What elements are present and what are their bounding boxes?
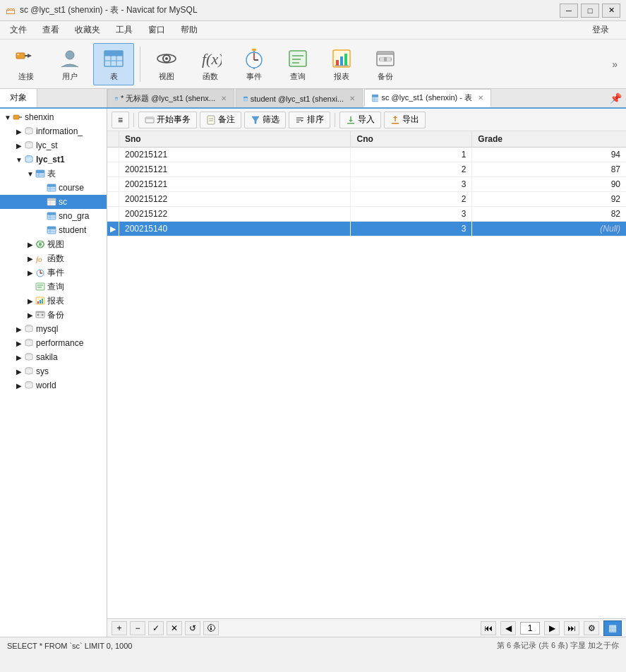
toolbar-view[interactable]: 视图 — [146, 43, 187, 85]
add-row-button[interactable]: + — [112, 621, 127, 635]
sidebar-item-backup[interactable]: ▶ 备份 — [0, 308, 107, 322]
sidebar-item-functions[interactable]: ▶ fo 函数 — [0, 251, 107, 265]
sidebar-item-query[interactable]: ▶ 查询 — [0, 280, 107, 294]
svg-rect-116 — [347, 123, 354, 124]
sidebar-item-performance[interactable]: ▶ performance — [0, 336, 107, 350]
sidebar-item-sno_gra[interactable]: ▶ sno_gra — [0, 209, 107, 223]
page-number-input[interactable] — [520, 622, 540, 635]
obj-tab-object[interactable]: 对象 — [0, 89, 37, 107]
tab-close-3[interactable]: ✕ — [478, 94, 483, 102]
toolbar-expand-icon[interactable]: » — [609, 56, 620, 73]
table-row[interactable]: 200215121 2 87 — [107, 162, 626, 177]
menu-window[interactable]: 窗口 — [141, 23, 172, 37]
toolbar-function[interactable]: f(x) 函数 — [190, 43, 231, 85]
toolbar-event[interactable]: 事件 — [234, 43, 275, 85]
toolbar-report[interactable]: 报表 — [321, 43, 362, 85]
login-button[interactable]: 登录 — [592, 24, 623, 36]
tab-untitled[interactable]: * 无标题 @lyc_st1 (shenx... ✕ — [107, 89, 234, 107]
info-button[interactable]: 🛈 — [203, 621, 219, 635]
tab-close-2[interactable]: ✕ — [349, 95, 355, 102]
tab-nav-icon[interactable]: 📌 — [606, 92, 626, 104]
menu-button[interactable]: ≡ — [112, 112, 129, 128]
tab-sc[interactable]: sc @lyc_st1 (shenxin) - 表 ✕ — [364, 89, 491, 107]
student-label: student — [59, 225, 104, 235]
import-button[interactable]: 导入 — [339, 112, 381, 128]
minimize-button[interactable]: ─ — [560, 4, 578, 18]
cell-grade-1[interactable]: 94 — [472, 148, 626, 162]
cell-grade-6[interactable]: (Null) — [472, 222, 626, 236]
tab-student[interactable]: student @lyc_st1 (shenxi... ✕ — [236, 89, 363, 107]
sidebar-item-world[interactable]: ▶ world — [0, 378, 107, 392]
sidebar-item-lyc_st1[interactable]: ▼ lyc_st1 — [0, 152, 107, 167]
close-button[interactable]: ✕ — [602, 4, 620, 18]
sidebar-item-sys[interactable]: ▶ sys — [0, 364, 107, 378]
begin-transaction-button[interactable]: 开始事务 — [138, 112, 197, 128]
next-page-button[interactable]: ▶ — [544, 621, 560, 635]
svg-rect-88 — [36, 283, 44, 290]
sidebar-item-information[interactable]: ▶ information_ — [0, 124, 107, 138]
discard-button[interactable]: ✕ — [167, 621, 182, 635]
cell-cno-2[interactable]: 2 — [351, 162, 472, 177]
table-row[interactable]: 200215121 1 94 — [107, 148, 626, 162]
prev-page-button[interactable]: ◀ — [500, 621, 516, 635]
toolbar-user[interactable]: 用户 — [49, 43, 90, 85]
toolbar-backup[interactable]: 备份 — [365, 43, 406, 85]
last-page-button[interactable]: ⏭ — [564, 621, 579, 635]
tab-close-1[interactable]: ✕ — [221, 95, 227, 102]
cell-grade-5[interactable]: 82 — [472, 207, 626, 222]
cell-cno-6[interactable]: 3 — [351, 222, 472, 236]
col-sno[interactable]: Sno — [119, 131, 351, 148]
cell-sno-5[interactable]: 200215122 — [119, 207, 351, 222]
cell-grade-3[interactable]: 90 — [472, 177, 626, 192]
cell-cno-1[interactable]: 1 — [351, 148, 472, 162]
note-button[interactable]: 备注 — [200, 112, 241, 128]
table-row-selected[interactable]: ▶ 200215140 3 (Null) — [107, 222, 626, 236]
sort-button[interactable]: 排序 — [289, 112, 330, 128]
table-row[interactable]: 200215121 3 90 — [107, 177, 626, 192]
delete-row-button[interactable]: − — [130, 621, 145, 635]
table-row[interactable]: 200215122 3 82 — [107, 207, 626, 222]
maximize-button[interactable]: □ — [581, 4, 599, 18]
filter-button[interactable]: 筛选 — [244, 112, 286, 128]
cell-sno-6[interactable]: 200215140 — [119, 222, 351, 236]
sidebar-item-tables-group[interactable]: ▼ 表 — [0, 167, 107, 181]
cell-sno-4[interactable]: 200215122 — [119, 192, 351, 207]
sidebar-item-views[interactable]: ▶ 视图 — [0, 237, 107, 251]
grid-view-button[interactable]: ▦ — [603, 620, 622, 636]
menu-file[interactable]: 文件 — [3, 23, 34, 37]
lyc_st1-label: lyc_st1 — [36, 155, 104, 164]
cell-grade-4[interactable]: 92 — [472, 192, 626, 207]
sidebar-item-shenxin[interactable]: ▼ shenxin — [0, 110, 107, 124]
col-cno[interactable]: Cno — [351, 131, 472, 148]
sidebar-item-mysql[interactable]: ▶ mysql — [0, 322, 107, 336]
sidebar-item-report[interactable]: ▶ 报表 — [0, 294, 107, 308]
cell-sno-3[interactable]: 200215121 — [119, 177, 351, 192]
first-page-button[interactable]: ⏮ — [481, 621, 496, 635]
cell-cno-5[interactable]: 3 — [351, 207, 472, 222]
export-button[interactable]: 导出 — [384, 112, 426, 128]
sidebar-item-sakila[interactable]: ▶ sakila — [0, 350, 107, 364]
col-grade[interactable]: Grade — [472, 131, 626, 148]
menu-favorites[interactable]: 收藏夹 — [68, 23, 107, 37]
sidebar-item-events[interactable]: ▶ 事件 — [0, 265, 107, 280]
cell-cno-4[interactable]: 2 — [351, 192, 472, 207]
sidebar-item-sc[interactable]: ▶ sc — [0, 195, 107, 209]
menu-tools[interactable]: 工具 — [109, 23, 140, 37]
sidebar-item-lyc_st[interactable]: ▶ lyc_st — [0, 138, 107, 152]
cell-cno-3[interactable]: 3 — [351, 177, 472, 192]
cell-sno-2[interactable]: 200215121 — [119, 162, 351, 177]
apply-button[interactable]: ✓ — [148, 621, 164, 635]
table-row[interactable]: 200215122 2 92 — [107, 192, 626, 207]
cell-grade-2[interactable]: 87 — [472, 162, 626, 177]
menu-view[interactable]: 查看 — [35, 23, 66, 37]
sidebar-item-student[interactable]: ▶ student — [0, 223, 107, 237]
cell-sno-1[interactable]: 200215121 — [119, 148, 351, 162]
sidebar-item-course[interactable]: ▶ course — [0, 181, 107, 195]
menu-help[interactable]: 帮助 — [174, 23, 205, 37]
toolbar-query[interactable]: 查询 — [277, 43, 318, 85]
toolbar-table[interactable]: 表 — [93, 43, 134, 85]
toolbar-connect[interactable]: 连接 — [6, 43, 47, 85]
refresh-button[interactable]: ↺ — [185, 621, 200, 635]
page-settings-button[interactable]: ⚙ — [584, 621, 599, 635]
note-icon — [206, 115, 216, 125]
